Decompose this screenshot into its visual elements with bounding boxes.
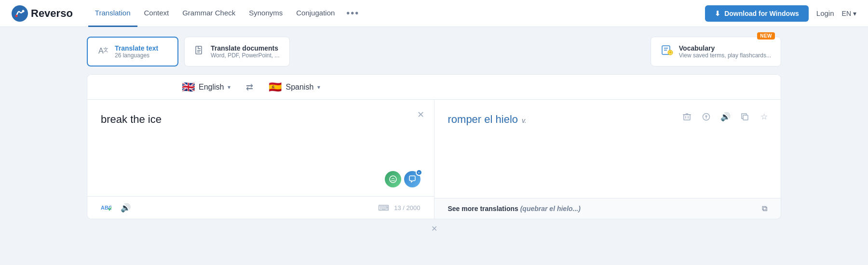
header-right: ⬇ Download for Windows Login EN ▾ (705, 5, 856, 22)
nav-conjugation[interactable]: Conjugation (289, 0, 341, 27)
see-more-alt: (quebrar el hielo...) (520, 205, 581, 212)
svg-point-1 (15, 14, 18, 17)
output-translation: romper el hielo (448, 113, 518, 125)
language-selector[interactable]: EN ▾ (842, 10, 856, 17)
see-more-label: See more translations (448, 205, 518, 212)
target-panel-icons: 🔊 ☆ (679, 109, 771, 124)
nav-more[interactable]: ••• (341, 0, 364, 27)
translate-docs-title: Translate documents (211, 44, 280, 52)
chevron-down-icon: ▾ (853, 10, 856, 17)
ai-translate-icon[interactable] (385, 171, 401, 187)
char-count: 13 / 2000 (394, 204, 420, 212)
ai-chat-icon[interactable]: + (404, 171, 420, 187)
svg-point-2 (22, 10, 25, 12)
vocab-sub: View saved terms, play flashcards... (679, 52, 771, 59)
svg-point-10 (390, 176, 396, 183)
target-language-selector[interactable]: 🇪🇸 Spanish ▾ (261, 75, 328, 100)
target-panel-bottom: See more translations (quebrar el hielo.… (434, 198, 781, 219)
audio-right-icon: 🔊 (720, 112, 731, 122)
target-audio-button[interactable]: 🔊 (718, 109, 732, 124)
translate-text-title: Translate text (115, 44, 158, 52)
source-language-chevron-icon: ▾ (228, 84, 231, 91)
ad-close-area: ✕ (87, 219, 781, 238)
circle-dollar-button[interactable] (699, 109, 713, 124)
logo-text: Reverso (31, 7, 73, 20)
translate-text-card[interactable]: A 文 Translate text 26 languages (87, 37, 178, 66)
login-button[interactable]: Login (816, 9, 834, 17)
language-bar: 🇬🇧 English ▾ ⇄ 🇪🇸 Spanish ▾ (87, 75, 781, 100)
target-flag: 🇪🇸 (269, 81, 282, 93)
vocab-title: Vocabulary (679, 44, 771, 52)
logo[interactable]: Reverso (12, 5, 73, 22)
nav-context[interactable]: Context (137, 0, 176, 27)
target-language-label: Spanish (285, 83, 313, 92)
translate-text-icon: A 文 (97, 45, 109, 59)
see-more-translations[interactable]: See more translations (quebrar el hielo.… (448, 205, 581, 212)
translate-docs-sub: Word, PDF, PowerPoint, ... (211, 52, 280, 59)
keyboard-icon[interactable]: ⌨ (378, 203, 389, 212)
svg-rect-21 (743, 115, 748, 120)
source-language-label: English (199, 83, 224, 92)
source-input[interactable]: break the ice (101, 111, 420, 179)
ad-close-button[interactable]: ✕ (431, 225, 437, 233)
top-cards: A 文 Translate text 26 languages Translat… (87, 37, 781, 66)
svg-rect-13 (684, 115, 690, 120)
star-icon: ☆ (760, 112, 768, 122)
source-language-selector[interactable]: 🇬🇧 English ▾ (174, 75, 238, 100)
external-link-icon[interactable]: ⧉ (762, 204, 767, 213)
clear-input-button[interactable]: ✕ (417, 109, 424, 120)
svg-point-0 (12, 5, 28, 22)
output-pos: v. (522, 117, 527, 124)
source-panel-bottom: ABC 🔊 ⌨ 13 / 2000 (87, 196, 434, 219)
copy-translation-button[interactable] (737, 109, 752, 124)
ai-chat-badge: + (416, 169, 422, 176)
translator-box: 🇬🇧 English ▾ ⇄ 🇪🇸 Spanish ▾ break the ic… (87, 74, 781, 219)
svg-text:文: 文 (103, 47, 108, 53)
swap-icon: ⇄ (246, 82, 253, 93)
source-flag: 🇬🇧 (182, 81, 195, 93)
header: Reverso Translation Context Grammar Chec… (0, 0, 868, 27)
save-translation-button[interactable]: ☆ (757, 109, 771, 124)
download-icon: ⬇ (715, 10, 720, 17)
nav: Translation Context Grammar Check Synony… (88, 0, 690, 27)
translation-panels: break the ice ✕ (87, 100, 781, 219)
nav-synonyms[interactable]: Synonyms (242, 0, 289, 27)
target-text-area: romper el hielo v. (434, 100, 781, 198)
download-button[interactable]: ⬇ Download for Windows (705, 5, 809, 22)
main-content: A 文 Translate text 26 languages Translat… (0, 27, 868, 248)
translate-docs-card[interactable]: Translate documents Word, PDF, PowerPoin… (184, 37, 290, 66)
delete-translation-button[interactable] (679, 109, 694, 124)
svg-rect-5 (196, 46, 202, 54)
source-audio-button[interactable]: 🔊 (118, 200, 133, 215)
nav-grammar-check[interactable]: Grammar Check (176, 0, 242, 27)
target-language-chevron-icon: ▾ (317, 84, 320, 91)
source-bottom-icons: ABC 🔊 (101, 200, 133, 215)
translate-text-sub: 26 languages (115, 52, 158, 59)
ai-icons-area: + (385, 171, 420, 187)
vocabulary-card[interactable]: NEW Vocabulary View saved terms, play fl… (651, 37, 781, 66)
nav-translation[interactable]: Translation (88, 0, 137, 27)
new-badge: NEW (757, 32, 775, 40)
audio-left-icon: 🔊 (121, 203, 131, 213)
source-panel: break the ice ✕ (87, 100, 434, 219)
source-text-area: break the ice ✕ (87, 100, 434, 196)
spell-check-button[interactable]: ABC (101, 204, 111, 212)
swap-languages-button[interactable]: ⇄ (238, 82, 261, 93)
vocabulary-icon (661, 44, 673, 59)
document-icon (194, 45, 205, 58)
clear-icon: ✕ (417, 110, 424, 119)
target-panel: romper el hielo v. (434, 100, 781, 219)
